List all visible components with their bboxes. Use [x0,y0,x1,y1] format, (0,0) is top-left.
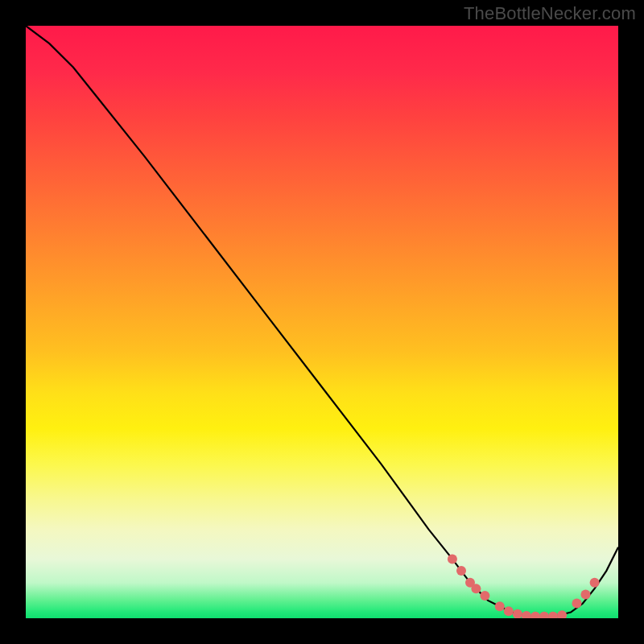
marker-dot [471,584,481,593]
chart-svg [26,26,618,618]
marker-dot [557,610,567,618]
marker-dot [480,591,489,601]
marker-dot [539,612,549,618]
marker-dot [456,566,466,576]
marker-dot [448,554,457,564]
bottleneck-curve [26,26,618,617]
marker-dot [513,609,522,618]
marker-dot [581,590,591,600]
marker-dot [504,606,514,616]
marker-dot [495,601,505,611]
curve-line [26,26,618,617]
marker-dot [590,578,600,588]
plot-area [26,26,618,618]
watermark-text: TheBottleNecker.com [464,3,636,24]
marker-dot [530,612,540,618]
marker-dot [548,612,558,618]
marker-dot [522,611,531,618]
marker-dot [572,599,582,609]
